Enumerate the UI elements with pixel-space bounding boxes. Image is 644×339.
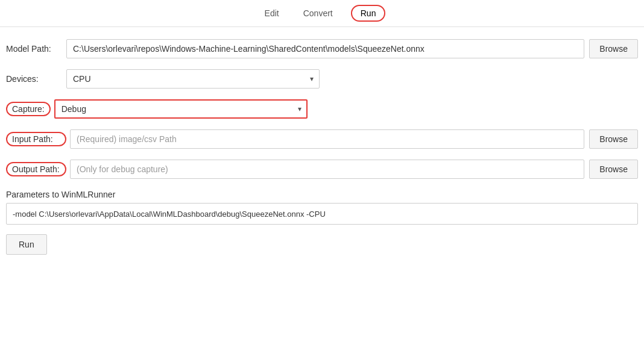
devices-label: Devices:	[6, 74, 66, 84]
parameters-label: Parameters to WinMLRunner	[6, 190, 638, 199]
capture-row: Capture: Debug Release None ▾	[6, 99, 638, 119]
main-content: Model Path: Browse Devices: CPU GPU Dire…	[0, 27, 644, 267]
model-path-row: Model Path: Browse	[6, 39, 638, 58]
output-path-browse-button[interactable]: Browse	[589, 160, 638, 179]
input-path-input[interactable]	[70, 129, 584, 149]
capture-select-wrapper: Debug Release None ▾	[54, 99, 308, 119]
devices-row: Devices: CPU GPU DirectML ▾	[6, 69, 638, 89]
model-path-browse-button[interactable]: Browse	[589, 39, 638, 58]
parameters-section: Parameters to WinMLRunner	[6, 190, 638, 225]
capture-select[interactable]: Debug Release None	[54, 99, 308, 119]
model-path-input[interactable]	[66, 39, 584, 58]
parameters-input[interactable]	[6, 203, 638, 225]
input-path-label: Input Path:	[6, 132, 66, 146]
input-path-browse-button[interactable]: Browse	[589, 129, 638, 149]
output-path-row: Output Path: Browse	[6, 160, 638, 179]
output-path-input[interactable]	[70, 160, 584, 179]
input-path-row: Input Path: Browse	[6, 129, 638, 149]
nav-edit[interactable]: Edit	[259, 6, 285, 20]
nav-convert[interactable]: Convert	[297, 6, 339, 20]
devices-select[interactable]: CPU GPU DirectML	[66, 69, 320, 89]
model-path-label: Model Path:	[6, 44, 66, 54]
run-button[interactable]: Run	[6, 234, 47, 255]
nav-run[interactable]: Run	[351, 5, 386, 22]
run-button-container: Run	[6, 225, 638, 255]
capture-label: Capture:	[6, 102, 51, 116]
devices-select-wrapper: CPU GPU DirectML ▾	[66, 69, 320, 89]
output-path-label: Output Path:	[6, 162, 66, 176]
top-navigation: Edit Convert Run	[0, 0, 644, 27]
